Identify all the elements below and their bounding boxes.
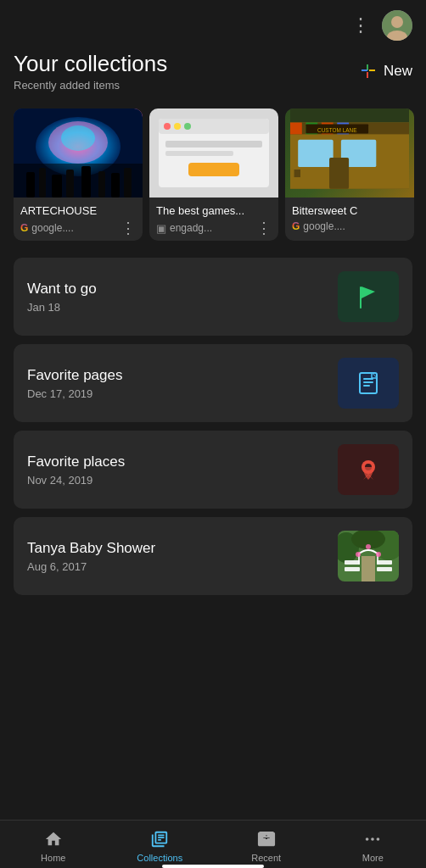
plus-icon [358,61,378,81]
page-subtitle: Recently added items [14,79,167,92]
card-bittersweet[interactable]: CUSTOM LANE Bittersweet C G google.... [285,108,414,241]
svg-point-66 [371,837,374,841]
avatar[interactable] [382,10,412,41]
svg-rect-18 [124,168,132,198]
card-artechouse[interactable]: ARTECHOUSE G google.... ⋮ [14,108,143,241]
collection-date-pages: Dec 17, 2019 [27,387,122,400]
collection-text-want: Want to go Jan 18 [27,281,97,314]
card-source-bittersweet: G google.... [292,220,345,232]
collections-list: Want to go Jan 18 Favorite pages Dec 17,… [0,248,426,605]
svg-rect-11 [26,172,35,198]
svg-rect-15 [81,166,91,198]
svg-rect-63 [262,836,270,837]
artechouse-image [14,108,143,198]
header-left: Your collections Recently added items [14,51,167,92]
svg-point-1 [391,16,403,28]
collection-text-tanya: Tanya Baby Shower Aug 6, 2017 [27,540,155,573]
nav-home-label: Home [41,853,65,863]
home-indicator [162,865,264,868]
new-collection-button[interactable]: New [358,61,412,81]
svg-text:CUSTOM LANE: CUSTOM LANE [317,127,357,133]
collection-favorite-pages[interactable]: Favorite pages Dec 17, 2019 [14,344,412,422]
svg-rect-55 [377,560,392,565]
collection-title-places: Favorite places [27,453,125,470]
more-icon [362,829,383,849]
card-source-games: ▣ engadg... [156,222,212,235]
collection-text-places: Favorite places Nov 24, 2019 [27,453,125,487]
location-pin-icon [355,456,382,483]
nav-more-label: More [362,853,384,863]
svg-rect-34 [298,140,333,167]
recent-cards-row: ARTECHOUSE G google.... ⋮ [0,95,426,248]
svg-point-23 [184,123,191,130]
card-info-games: The best games... ▣ engadg... ⋮ [149,198,278,241]
svg-rect-64 [262,839,270,841]
bittersweet-image: CUSTOM LANE [290,108,409,192]
collection-date-tanya: Aug 6, 2017 [27,560,155,573]
collections-icon [149,829,170,849]
collection-text-pages: Favorite pages Dec 17, 2019 [27,367,122,400]
collection-icon-pages [338,358,399,409]
svg-rect-3 [367,64,368,70]
card-source-row: G google.... ⋮ [20,220,136,236]
collection-want-to-go[interactable]: Want to go Jan 18 [14,258,412,336]
google-icon-2: G [292,220,300,232]
card-source-row-bittersweet: G google.... [292,220,407,232]
collection-favorite-places[interactable]: Favorite places Nov 24, 2019 [14,431,412,509]
card-more-games-icon[interactable]: ⋮ [256,220,272,236]
svg-rect-13 [52,175,62,198]
collection-icon-places [338,444,399,495]
nav-recent[interactable]: Recent [213,829,320,863]
collection-date-want: Jan 18 [27,301,97,314]
card-title: ARTECHOUSE [20,204,136,217]
svg-rect-24 [165,141,262,147]
source-text: google.... [31,222,73,234]
svg-rect-36 [329,158,349,189]
card-games[interactable]: The best games... ▣ engadg... ⋮ [149,108,278,241]
more-options-icon[interactable]: ⋮ [351,14,372,36]
collection-tanya-baby-shower[interactable]: Tanya Baby Shower Aug 6, 2017 [14,517,412,595]
svg-rect-44 [363,381,373,383]
header: Your collections Recently added items Ne… [0,47,426,95]
source-text-games: engadg... [170,222,212,234]
svg-rect-40 [293,168,302,170]
collection-icon-want [338,271,399,322]
svg-rect-4 [367,72,368,78]
google-icon: G [20,222,28,234]
nav-collections-label: Collections [137,853,182,863]
svg-point-67 [377,837,380,841]
nav-more[interactable]: More [320,829,427,863]
svg-point-65 [366,837,369,841]
collection-title-want: Want to go [27,281,97,298]
svg-rect-39 [294,170,300,177]
card-more-icon[interactable]: ⋮ [121,220,136,236]
collection-date-places: Nov 24, 2019 [27,474,125,487]
svg-point-59 [356,552,361,557]
nav-home[interactable]: Home [0,829,107,863]
card-source-row-games: ▣ engadg... ⋮ [156,220,272,236]
svg-point-10 [61,125,95,151]
svg-rect-41 [360,287,362,309]
svg-rect-5 [362,70,367,71]
svg-rect-14 [66,170,74,198]
svg-rect-52 [362,556,375,581]
svg-rect-56 [377,567,392,571]
svg-rect-30 [290,123,302,135]
collection-thumb-tanya [338,531,399,581]
new-button-label: New [384,63,412,80]
flag-icon [355,283,382,310]
recent-icon [256,829,277,849]
card-info-bittersweet: Bittersweet C G google.... [285,198,414,237]
svg-rect-16 [98,171,105,198]
document-icon [355,370,382,397]
nav-collections[interactable]: Collections [107,829,214,863]
svg-rect-53 [345,560,360,565]
games-image [159,119,269,187]
card-source: G google.... [20,222,74,234]
svg-rect-45 [363,385,370,387]
source-text-bittersweet: google.... [303,220,345,232]
svg-point-60 [376,552,381,557]
bottom-nav: Home Collections Recent [0,820,426,868]
svg-rect-54 [345,567,360,571]
baby-shower-thumbnail [338,531,399,581]
